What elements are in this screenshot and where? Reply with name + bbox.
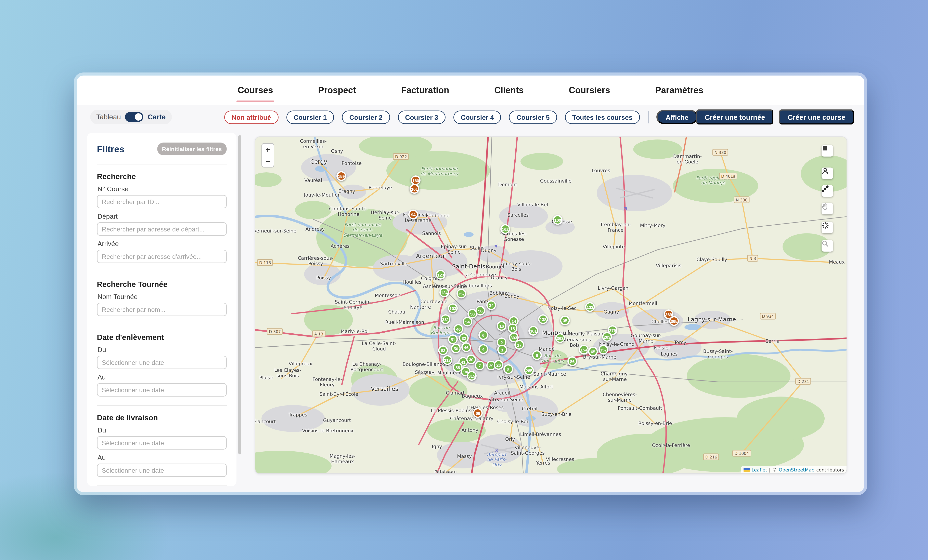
- cluster-marker-green-157[interactable]: 157: [598, 345, 608, 355]
- field-label: Du: [98, 426, 227, 434]
- road-shield: A 13: [312, 330, 325, 337]
- cluster-marker-green-34[interactable]: 34: [486, 300, 496, 310]
- cluster-marker-green-138[interactable]: 138: [538, 314, 548, 324]
- map-attribution: Leaflet | © OpenStreetMap contributors: [741, 466, 847, 473]
- reset-filters-button[interactable]: Réinitialiser les filtres: [157, 143, 227, 155]
- zoom-out-button[interactable]: −: [262, 155, 274, 167]
- leaflet-link[interactable]: Leaflet: [751, 467, 767, 472]
- cluster-marker-orange-365[interactable]: 365: [669, 316, 679, 326]
- cluster-marker-green-315[interactable]: 315: [467, 371, 476, 381]
- cluster-marker-green-100[interactable]: 100: [553, 215, 563, 225]
- cluster-marker-orange-94[interactable]: 94: [408, 210, 418, 219]
- cluster-marker-green-6[interactable]: 6: [478, 330, 488, 340]
- cluster-marker-green-357[interactable]: 357: [456, 289, 466, 298]
- tab-coursiers[interactable]: Coursiers: [568, 77, 611, 103]
- cluster-marker-green-1[interactable]: 1: [497, 345, 507, 355]
- tab-clients[interactable]: Clients: [493, 77, 525, 103]
- road-shield: N 330: [734, 196, 749, 203]
- field-label: Au: [98, 373, 227, 381]
- chip-toutes-les-courses[interactable]: Toutes les courses: [565, 110, 640, 124]
- cluster-marker-orange-159[interactable]: 159: [336, 171, 346, 181]
- cluster-marker-green-162[interactable]: 162: [501, 224, 510, 234]
- tab-label: Facturation: [401, 85, 449, 95]
- tab-paramètres[interactable]: Paramètres: [654, 77, 705, 103]
- cluster-marker-green-285[interactable]: 285: [524, 365, 534, 375]
- input-au[interactable]: [97, 383, 227, 397]
- chip-coursier-5[interactable]: Coursier 5: [509, 110, 557, 124]
- chip-coursier-2[interactable]: Coursier 2: [342, 110, 390, 124]
- courier-position-button[interactable]: [821, 167, 833, 179]
- cluster-marker-green-32[interactable]: 32: [459, 333, 469, 343]
- cluster-marker-green-124[interactable]: 124: [440, 288, 449, 297]
- input-du[interactable]: [97, 356, 227, 369]
- cluster-marker-green-103[interactable]: 103: [448, 303, 458, 313]
- tab-label: Courses: [238, 85, 273, 95]
- input-n-course[interactable]: [97, 195, 227, 208]
- map-search-button[interactable]: [821, 240, 833, 251]
- view-toggle-switch[interactable]: [125, 112, 143, 122]
- cluster-marker-green-17[interactable]: 17: [514, 340, 524, 350]
- input-nom-tourn-e[interactable]: [97, 303, 227, 316]
- field-label: Départ: [98, 213, 227, 220]
- cluster-marker-green-86[interactable]: 86: [568, 356, 577, 366]
- chip-coursier-4[interactable]: Coursier 4: [453, 110, 501, 124]
- input-du[interactable]: [97, 436, 227, 450]
- cluster-marker-green-123[interactable]: 123: [436, 270, 446, 280]
- affiche-button[interactable]: Affiche: [656, 110, 698, 124]
- chip-non-attribué[interactable]: Non attribué: [224, 110, 278, 124]
- route-tool-button[interactable]: [821, 185, 833, 197]
- sidebar-scrollbar[interactable]: [238, 135, 241, 454]
- cluster-marker-green-30[interactable]: 30: [466, 355, 476, 364]
- cluster-marker-green-363[interactable]: 363: [555, 333, 565, 343]
- filter-section-heading: Recherche Tournée: [97, 280, 227, 289]
- input-d-part[interactable]: [97, 222, 227, 236]
- field-label: Au: [98, 454, 227, 461]
- cluster-marker-green-154[interactable]: 154: [579, 345, 589, 355]
- cluster-marker-green-133[interactable]: 133: [585, 302, 595, 312]
- cluster-marker-green-283[interactable]: 283: [602, 332, 612, 342]
- cluster-marker-green-83[interactable]: 83: [438, 345, 448, 355]
- cluster-marker-green-317[interactable]: 317: [443, 355, 452, 365]
- refresh-spinner-button[interactable]: [821, 222, 833, 233]
- pan-hand-button[interactable]: [821, 203, 833, 215]
- chip-coursier-1[interactable]: Coursier 1: [286, 110, 334, 124]
- cluster-marker-green-26[interactable]: 26: [494, 360, 504, 370]
- cluster-marker-green-65[interactable]: 65: [588, 347, 598, 356]
- tab-facturation[interactable]: Facturation: [400, 77, 450, 103]
- cluster-marker-green-35[interactable]: 35: [560, 315, 570, 325]
- draw-stop-button[interactable]: [821, 145, 833, 157]
- tab-label: Paramètres: [655, 85, 703, 95]
- cluster-marker-green-4[interactable]: 4: [478, 344, 488, 354]
- app-window: CoursesProspectFacturationClientsCoursie…: [74, 73, 867, 495]
- input-arriv-e[interactable]: [97, 250, 227, 263]
- courier-filter-chips: Non attribuéCoursier 1Coursier 2Coursier…: [224, 110, 698, 124]
- tab-prospect[interactable]: Prospect: [317, 77, 357, 103]
- tab-courses[interactable]: Courses: [237, 77, 274, 103]
- cluster-marker-green-361[interactable]: 361: [528, 326, 538, 336]
- filters-sidebar: Filtres Réinitialiser les filtres Recher…: [87, 133, 237, 486]
- cluster-marker-green-46[interactable]: 46: [461, 342, 471, 352]
- cluster-marker-green-331[interactable]: 331: [441, 314, 450, 324]
- cluster-marker-green-8[interactable]: 8: [504, 364, 513, 374]
- osm-link[interactable]: OpenStreetMap: [779, 467, 814, 472]
- cluster-marker-green-51[interactable]: 51: [448, 335, 458, 344]
- road-shield: D 307: [267, 328, 283, 335]
- cluster-marker-orange-160[interactable]: 160: [411, 175, 421, 185]
- attribution-copyright: ©: [772, 467, 777, 472]
- cluster-marker-green-16[interactable]: 16: [497, 321, 507, 331]
- chip-coursier-3[interactable]: Coursier 3: [398, 110, 446, 124]
- create-tour-button[interactable]: Créer une tournée: [696, 110, 774, 125]
- cluster-marker-green-46[interactable]: 46: [453, 324, 463, 334]
- zoom-in-button[interactable]: +: [262, 144, 274, 155]
- cluster-marker-green-6[interactable]: 6: [532, 350, 542, 360]
- cluster-marker-green-54[interactable]: 54: [462, 317, 472, 327]
- cluster-marker-orange-161[interactable]: 161: [409, 184, 419, 194]
- cluster-marker-orange-68[interactable]: 68: [473, 408, 483, 418]
- create-course-button[interactable]: Créer une course: [779, 110, 854, 125]
- cluster-marker-green-18[interactable]: 18: [508, 323, 517, 333]
- field-label: Arrivée: [98, 240, 227, 247]
- input-au[interactable]: [97, 464, 227, 477]
- map[interactable]: Cormeilles- en-VexinCergyOsnyPontoiseVau…: [255, 137, 847, 474]
- cluster-marker-green-7[interactable]: 7: [475, 361, 484, 370]
- cluster-marker-green-50[interactable]: 50: [451, 344, 461, 353]
